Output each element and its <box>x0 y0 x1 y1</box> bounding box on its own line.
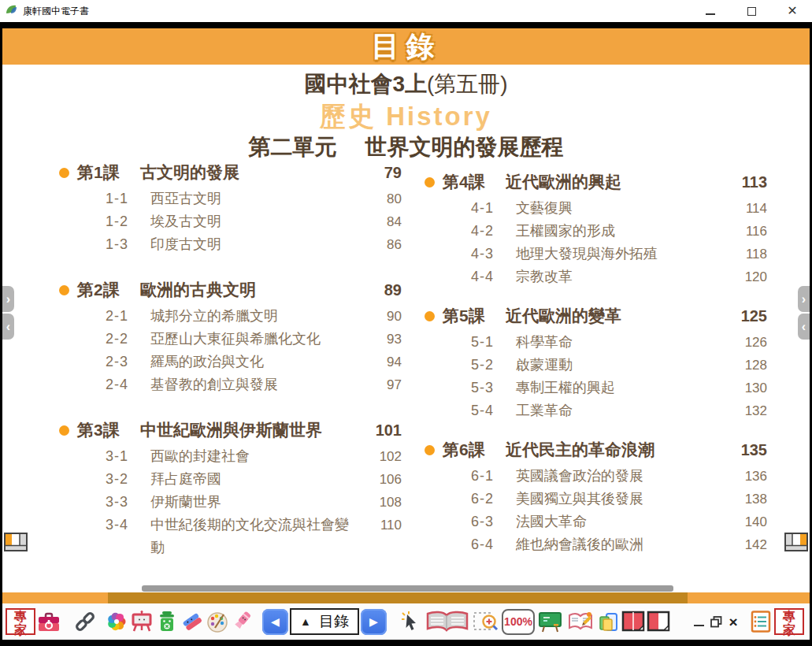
lesson-list-icon[interactable] <box>749 607 773 637</box>
toc-sub-entry[interactable]: 4-4宗教改革120 <box>413 265 767 288</box>
toc-lesson-header[interactable]: 第1課古文明的發展79 <box>47 161 402 184</box>
page-flip-corner-left-icon[interactable] <box>4 533 28 555</box>
toc-sub-entry[interactable]: 1-2埃及古文明84 <box>47 210 402 233</box>
sub-entry-title: 王權國家的形成 <box>516 220 726 243</box>
two-page-view-icon[interactable] <box>621 607 645 637</box>
toc-sub-entry[interactable]: 1-1西亞古文明80 <box>47 187 402 210</box>
left-edge-next-button[interactable]: › <box>2 286 14 312</box>
mobile-sync-icon[interactable] <box>596 607 620 637</box>
sub-entry-page-number: 84 <box>361 210 402 233</box>
toc-sub-entry[interactable]: 4-3地理大發現與海外拓殖118 <box>413 243 767 265</box>
toc-banner: 目錄 <box>2 28 810 65</box>
open-book-spread-icon[interactable] <box>425 607 470 637</box>
right-edge-next-button[interactable]: › <box>798 286 810 312</box>
page-flip-corner-right-icon[interactable] <box>784 533 808 555</box>
toc-lesson-header[interactable]: 第3課中世紀歐洲與伊斯蘭世界101 <box>47 418 402 442</box>
toc-lesson: 第4課近代歐洲的興起1134-1文藝復興1144-2王權國家的形成1164-3地… <box>413 170 767 288</box>
toolbar-close-icon[interactable]: × <box>725 607 741 637</box>
toolbar-minimize-icon[interactable] <box>691 607 706 637</box>
ebook-page: 目錄 國中社會3上(第五冊) 歷史 History 第二單元 世界文明的發展歷程… <box>2 28 810 592</box>
eraser-icon[interactable] <box>180 607 204 637</box>
lesson-title: 古文明的發展 <box>140 161 361 184</box>
toc-sub-entry[interactable]: 5-3專制王權的興起130 <box>413 377 767 399</box>
horizontal-scrollbar-thumb[interactable] <box>142 585 673 592</box>
right-edge-prev-button[interactable]: ‹ <box>798 314 810 340</box>
toc-sub-entry[interactable]: 6-2美國獨立與其後發展138 <box>413 488 767 510</box>
expert-mode-button-right[interactable]: 專家 <box>774 608 804 635</box>
sub-entry-title: 拜占庭帝國 <box>150 468 361 491</box>
toc-lesson-header[interactable]: 第6課近代民主的革命浪潮135 <box>413 438 767 462</box>
sub-entry-number: 1-1 <box>106 187 150 210</box>
toc-column-right: 第4課近代歐洲的興起1134-1文藝復興1144-2王權國家的形成1164-3地… <box>413 170 767 572</box>
sub-entry-title: 專制王權的興起 <box>516 377 726 399</box>
toc-sub-entry[interactable]: 6-3法國大革命140 <box>413 510 767 533</box>
chalkboard-icon[interactable] <box>536 607 565 637</box>
sub-entry-number: 1-2 <box>106 210 150 233</box>
toc-sub-entry[interactable]: 4-1文藝復興114 <box>413 197 767 220</box>
toc-sub-entry[interactable]: 5-2啟蒙運動128 <box>413 354 767 377</box>
recycle-bin-icon[interactable] <box>155 607 179 637</box>
sub-entry-page-number: 126 <box>726 331 767 354</box>
toc-sub-entry[interactable]: 3-1西歐的封建社會102 <box>47 445 402 468</box>
toc-sub-entry[interactable]: 2-4基督教的創立與發展97 <box>47 373 402 396</box>
sub-entry-title: 基督教的創立與發展 <box>150 373 361 396</box>
link-icon[interactable] <box>73 607 97 637</box>
toolbar-restore-icon[interactable] <box>708 607 724 637</box>
next-page-button[interactable]: ▶ <box>361 609 387 635</box>
annotation-book-icon[interactable] <box>566 607 595 637</box>
toc-sub-entry[interactable]: 6-1英國議會政治的發展136 <box>413 465 767 488</box>
bullet-icon <box>59 425 69 436</box>
bullet-icon <box>59 285 69 295</box>
toc-sub-entry[interactable]: 6-4維也納會議後的歐洲142 <box>413 533 767 556</box>
window-titlebar: 康軒國中電子書 ✕ <box>0 0 812 22</box>
sub-entry-number: 5-3 <box>471 377 516 399</box>
easel-whiteboard-icon[interactable] <box>130 607 154 637</box>
sub-entry-title: 英國議會政治的發展 <box>516 465 726 488</box>
sub-entry-page-number: 86 <box>361 233 402 256</box>
page-progress-bar[interactable] <box>2 592 810 603</box>
toc-sub-entry[interactable]: 5-1科學革命126 <box>413 331 767 354</box>
window-maximize-icon[interactable] <box>743 2 760 20</box>
sub-entry-number: 4-2 <box>471 220 516 243</box>
window-close-icon[interactable]: ✕ <box>784 2 801 20</box>
lesson-page-number: 113 <box>726 170 767 194</box>
sub-entry-page-number: 116 <box>726 220 767 243</box>
toc-sub-entry[interactable]: 4-2王權國家的形成116 <box>413 220 767 243</box>
lesson-page-number: 125 <box>726 304 767 328</box>
subject-title: 歷史 History <box>2 99 810 135</box>
right-edge-nav: › ‹ <box>798 286 810 340</box>
sub-entry-number: 3-4 <box>106 514 150 536</box>
single-page-view-icon[interactable] <box>647 607 670 637</box>
sub-entry-page-number: 110 <box>361 514 402 536</box>
toc-lesson-header[interactable]: 第5課近代歐洲的變革125 <box>413 304 767 328</box>
sub-entry-page-number: 114 <box>726 197 767 220</box>
toc-sub-entry[interactable]: 2-3羅馬的政治與文化94 <box>47 351 402 373</box>
toolbox-icon[interactable] <box>37 607 61 637</box>
window-minimize-icon[interactable] <box>702 2 719 20</box>
color-pinwheel-icon[interactable] <box>105 607 128 637</box>
toc-sub-entry[interactable]: 2-1城邦分立的希臘文明90 <box>47 305 402 328</box>
toc-lesson-header[interactable]: 第4課近代歐洲的興起113 <box>413 170 767 194</box>
palette-icon[interactable] <box>206 607 229 637</box>
toc-sub-entry[interactable]: 3-3伊斯蘭世界108 <box>47 491 402 514</box>
lesson-title: 歐洲的古典文明 <box>140 278 361 302</box>
page-indicator-dropdown[interactable]: ▲ 目錄 <box>290 608 359 635</box>
toc-sub-entry[interactable]: 5-4工業革命132 <box>413 399 767 422</box>
toc-sub-entry[interactable]: 1-3印度古文明86 <box>47 233 402 256</box>
prev-page-button[interactable]: ◀ <box>262 609 288 635</box>
toc-lesson-header[interactable]: 第2課歐洲的古典文明89 <box>47 278 402 302</box>
expert-mode-button-left[interactable]: 專家 <box>6 608 35 635</box>
zoom-level-button[interactable]: 100% <box>502 609 535 635</box>
toc-sub-entry[interactable]: 2-2亞歷山大東征與希臘化文化93 <box>47 328 402 351</box>
toc-sub-entry[interactable]: 3-2拜占庭帝國106 <box>47 468 402 491</box>
zoom-region-icon[interactable] <box>472 607 500 637</box>
lesson-number: 第5課 <box>443 304 506 328</box>
cursor-select-icon[interactable] <box>399 607 423 637</box>
toc-sub-entry[interactable]: 3-4中世紀後期的文化交流與社會變動110 <box>47 514 402 559</box>
lesson-number: 第6課 <box>443 438 506 462</box>
sub-entry-page-number: 93 <box>361 328 402 351</box>
sub-entry-title: 宗教改革 <box>516 265 726 288</box>
left-edge-prev-button[interactable]: ‹ <box>2 314 14 340</box>
highlighter-icon[interactable] <box>231 607 254 637</box>
sub-entry-title: 伊斯蘭世界 <box>150 491 361 514</box>
